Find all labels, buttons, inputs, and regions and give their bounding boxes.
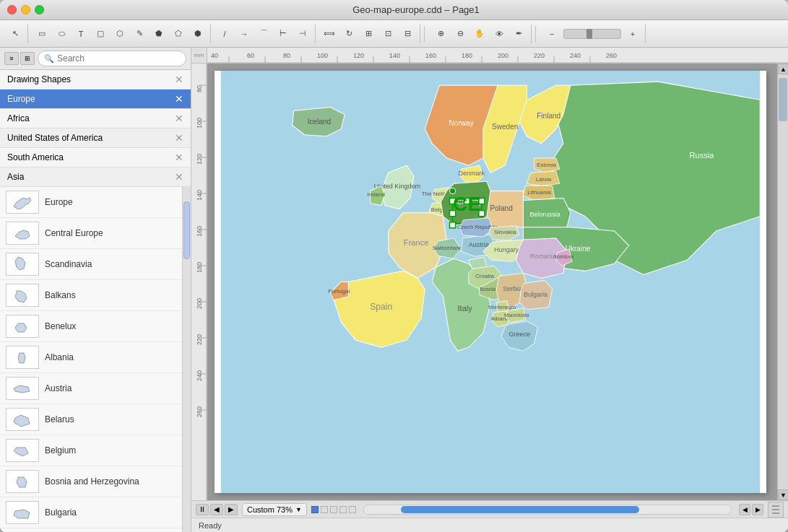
curve-tool[interactable]: ⌒: [254, 25, 273, 43]
search-input[interactable]: [57, 53, 180, 64]
sidebar-scrollbar[interactable]: [182, 187, 191, 532]
close-usa[interactable]: ✕: [175, 132, 183, 144]
rect-tool[interactable]: ▭: [33, 25, 51, 43]
category-europe[interactable]: Europe ✕: [0, 90, 191, 109]
canvas-middle: 80 100 120 140 160 180 200: [191, 64, 788, 500]
connect2-tool[interactable]: ⊡: [378, 25, 397, 43]
list-item[interactable]: Central Europe: [0, 218, 182, 249]
line-tool[interactable]: ⬡: [111, 25, 129, 43]
next-page-btn[interactable]: ▶: [225, 504, 238, 515]
page-dot-2[interactable]: [321, 506, 328, 513]
hand-tool[interactable]: 👁: [490, 25, 508, 43]
svg-text:Finland: Finland: [537, 112, 560, 120]
line-connect[interactable]: /: [215, 25, 234, 43]
ellipse-tool[interactable]: ⬭: [52, 25, 71, 43]
minimize-button[interactable]: [21, 5, 30, 14]
svg-text:Latvia: Latvia: [536, 176, 552, 183]
page-dot-3[interactable]: [330, 506, 337, 513]
scroll-track[interactable]: [778, 74, 788, 489]
close-button[interactable]: [7, 5, 17, 14]
zoom-plus[interactable]: +: [623, 25, 642, 43]
select-tool[interactable]: ↖: [6, 25, 25, 43]
list-item[interactable]: Belarus: [0, 404, 182, 435]
crop-tool[interactable]: ⊞: [359, 25, 378, 43]
shape-thumb-central-europe: [6, 222, 39, 245]
page-dot-5[interactable]: [349, 506, 356, 513]
pause-btn[interactable]: ⏸: [196, 504, 209, 515]
hscroll-left-btn[interactable]: ◀: [739, 504, 750, 515]
text-tool[interactable]: T: [72, 25, 90, 43]
list-item[interactable]: Bosnia and Herzegovina: [0, 466, 182, 497]
svg-text:220: 220: [196, 334, 203, 345]
page-dot-4[interactable]: [339, 506, 347, 513]
category-usa[interactable]: United States of America ✕: [0, 128, 191, 148]
zoom-minus[interactable]: −: [542, 25, 561, 43]
canvas-viewport[interactable]: Russia Finland Sweden N: [207, 64, 777, 500]
list-item[interactable]: Bulgaria: [0, 497, 182, 528]
list-item[interactable]: Scandinavia: [0, 249, 182, 280]
svg-text:100: 100: [317, 52, 328, 59]
scroll-up-btn[interactable]: ▲: [778, 64, 788, 74]
svg-text:260: 260: [606, 52, 617, 59]
edit-tool[interactable]: ⊟: [398, 25, 417, 43]
tool-group-view: ⊕ ⊖ ✋ 👁 ✒: [428, 25, 532, 43]
list-item[interactable]: Benelux: [0, 311, 182, 342]
list-item[interactable]: Albania: [0, 342, 182, 373]
shapes-tool[interactable]: ⬢: [189, 25, 207, 43]
zoom-slider[interactable]: [563, 29, 621, 39]
pen-tool[interactable]: ✎: [130, 25, 149, 43]
zoom-out-tool[interactable]: ⊖: [451, 25, 469, 43]
svg-text:Iceland: Iceland: [308, 118, 332, 126]
step-tool[interactable]: ⊣: [293, 25, 312, 43]
list-item[interactable]: Balkans: [0, 280, 182, 311]
category-africa[interactable]: Africa ✕: [0, 109, 191, 128]
scroll-thumb[interactable]: [779, 78, 787, 121]
close-drawing-shapes[interactable]: ✕: [175, 74, 183, 85]
orthogonal-tool[interactable]: ⊢: [274, 25, 293, 43]
close-asia[interactable]: ✕: [175, 171, 183, 183]
prev-page-btn[interactable]: ◀: [210, 504, 223, 515]
tool-group-connect: / → ⌒ ⊢ ⊣: [212, 25, 316, 43]
horizontal-scroll-thumb[interactable]: [401, 506, 639, 513]
brush-tool[interactable]: ⬟: [150, 25, 168, 43]
eyedrop-tool[interactable]: ✒: [509, 25, 528, 43]
list-item[interactable]: Croatia: [0, 528, 182, 532]
category-south-america[interactable]: South America ✕: [0, 148, 191, 167]
pan-tool[interactable]: ✋: [470, 25, 489, 43]
category-drawing-shapes[interactable]: Drawing Shapes ✕: [0, 70, 191, 90]
scroll-down-btn[interactable]: ▼: [778, 489, 788, 500]
close-europe[interactable]: ✕: [175, 93, 183, 105]
shape-thumb-benelux: [6, 315, 39, 338]
sidebar-scroll-thumb[interactable]: [183, 201, 190, 259]
category-asia[interactable]: Asia ✕: [0, 167, 191, 187]
rounded-rect-tool[interactable]: ▢: [91, 25, 110, 43]
tool-group-select: ↖: [3, 25, 28, 43]
zoom-in-tool[interactable]: ⊕: [431, 25, 450, 43]
list-item[interactable]: Austria: [0, 373, 182, 404]
close-south-america[interactable]: ✕: [175, 152, 183, 163]
svg-marker-0: [14, 198, 31, 209]
maximize-button[interactable]: [35, 5, 44, 14]
arrow-tool[interactable]: →: [235, 25, 254, 43]
canvas-paper: Russia Finland Sweden N: [215, 71, 766, 493]
zoom-selector[interactable]: Custom 73% ▼: [242, 503, 307, 516]
svg-text:Lithuania: Lithuania: [527, 189, 551, 196]
page-dot-1[interactable]: [311, 506, 319, 513]
grid-view-btn[interactable]: ⊞: [20, 52, 35, 65]
toolbar-separator: [424, 26, 425, 42]
list-item[interactable]: Belgium: [0, 435, 182, 466]
corner-btn[interactable]: [768, 502, 784, 518]
svg-text:Portugal: Portugal: [328, 288, 350, 295]
list-item[interactable]: Europe: [0, 187, 182, 218]
rotate-tool[interactable]: ↻: [339, 25, 358, 43]
shape-thumb-bulgaria: [6, 501, 39, 524]
poly-tool[interactable]: ⬠: [169, 25, 188, 43]
shape-label: Scandinavia: [45, 259, 92, 269]
selected-label: CE: [453, 192, 481, 215]
resize-tool[interactable]: ⟺: [320, 25, 339, 43]
horizontal-scroll-track[interactable]: [363, 505, 732, 515]
window-title: Geo-map-europe.cdd – Page1: [51, 4, 781, 15]
list-view-btn[interactable]: ≡: [4, 52, 19, 65]
hscroll-right-btn[interactable]: ▶: [752, 504, 763, 515]
close-africa[interactable]: ✕: [175, 113, 183, 124]
